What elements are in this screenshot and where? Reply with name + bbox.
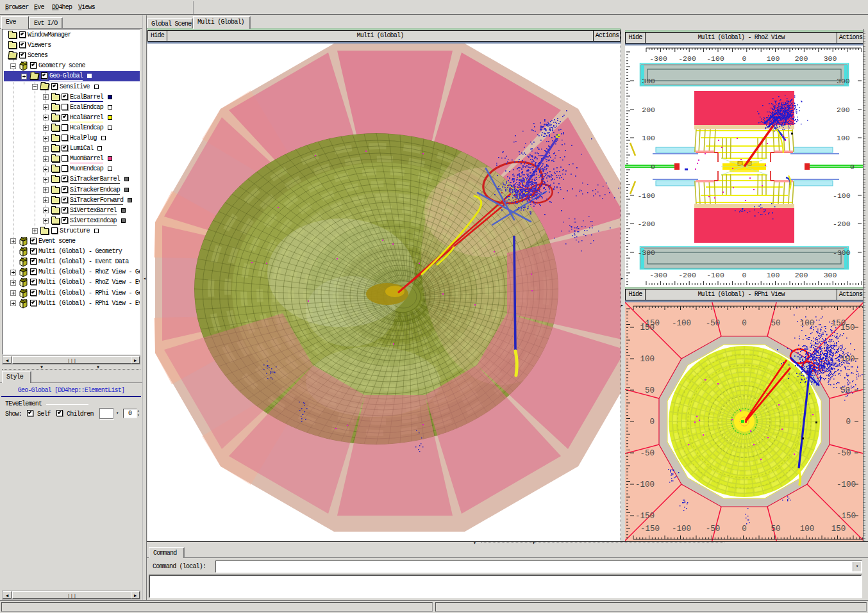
svg-text:200: 200 — [795, 271, 808, 279]
svg-text:-50: -50 — [837, 449, 851, 458]
svg-text:150: 150 — [840, 323, 855, 332]
svg-text:-150: -150 — [837, 512, 856, 521]
svg-text:100: 100 — [767, 54, 780, 63]
svg-text:150: 150 — [640, 323, 655, 332]
svg-text:-100: -100 — [637, 192, 655, 200]
svg-text:300: 300 — [837, 77, 850, 85]
svg-text:-100: -100 — [837, 480, 856, 489]
svg-text:100: 100 — [640, 355, 655, 364]
svg-text:300: 300 — [824, 54, 837, 63]
svg-text:150: 150 — [831, 525, 846, 534]
svg-text:300: 300 — [824, 271, 837, 279]
svg-text:100: 100 — [840, 355, 855, 364]
svg-text:0: 0 — [742, 271, 747, 279]
svg-text:0: 0 — [742, 525, 747, 534]
svg-text:-100: -100 — [706, 54, 724, 63]
svg-text:-200: -200 — [678, 54, 696, 63]
svg-text:-300: -300 — [833, 249, 851, 257]
svg-text:-300: -300 — [637, 249, 655, 257]
svg-text:-300: -300 — [649, 54, 667, 63]
svg-text:-50: -50 — [706, 319, 721, 328]
svg-text:100: 100 — [800, 525, 815, 534]
svg-text:-100: -100 — [635, 480, 655, 489]
svg-text:200: 200 — [642, 106, 655, 114]
svg-text:50: 50 — [771, 319, 780, 328]
svg-text:-200: -200 — [833, 220, 851, 228]
svg-text:100: 100 — [642, 134, 655, 142]
svg-text:-200: -200 — [637, 220, 655, 228]
svg-text:50: 50 — [840, 386, 850, 395]
svg-text:0: 0 — [649, 418, 655, 427]
svg-text:100: 100 — [767, 271, 780, 279]
svg-text:-50: -50 — [640, 449, 655, 458]
svg-text:0: 0 — [742, 54, 747, 63]
svg-text:0: 0 — [846, 418, 851, 427]
svg-text:-300: -300 — [649, 271, 667, 279]
svg-text:0: 0 — [742, 319, 747, 328]
svg-text:-150: -150 — [640, 525, 660, 534]
svg-text:0: 0 — [850, 163, 855, 171]
svg-text:50: 50 — [645, 386, 655, 395]
svg-text:100: 100 — [837, 134, 850, 142]
svg-text:-100: -100 — [672, 319, 691, 328]
svg-text:-100: -100 — [833, 192, 851, 200]
svg-text:-150: -150 — [635, 512, 655, 521]
svg-text:-50: -50 — [706, 525, 721, 534]
svg-text:0: 0 — [651, 163, 655, 171]
svg-text:200: 200 — [795, 54, 808, 63]
svg-text:-200: -200 — [678, 271, 696, 279]
svg-text:200: 200 — [837, 106, 850, 114]
svg-text:100: 100 — [800, 319, 815, 328]
svg-text:50: 50 — [771, 525, 780, 534]
svg-text:-100: -100 — [706, 271, 724, 279]
svg-text:300: 300 — [642, 77, 655, 85]
svg-text:-100: -100 — [672, 525, 691, 534]
